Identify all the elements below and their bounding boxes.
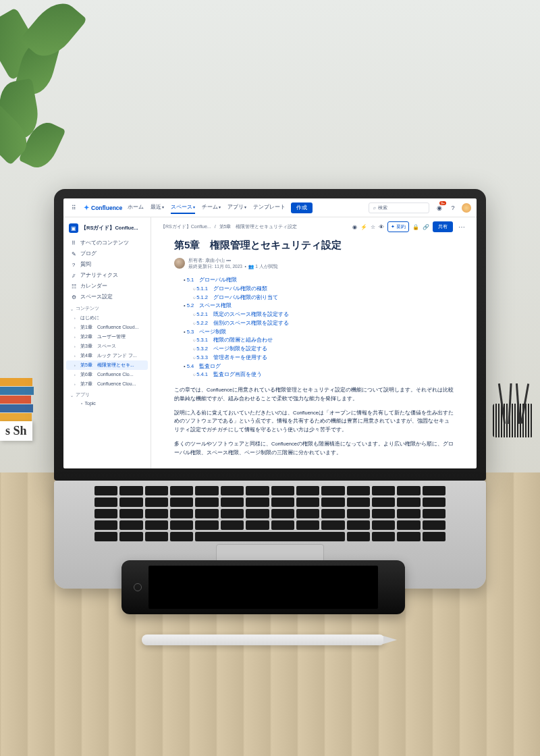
sidebar-nav-label: カレンダー bbox=[80, 283, 107, 290]
body-paragraph: 多くのツールやソフトウェアと同様に、Confluenceの権限も階層構造になって… bbox=[174, 440, 454, 458]
sidebar-section-content[interactable]: ⌄コンテンツ bbox=[66, 302, 148, 313]
body-paragraph: この章では、Confluenceに用意されている権限管理とセキュリティ設定の機能… bbox=[174, 386, 454, 404]
sidebar-nav-label: ブログ bbox=[80, 250, 97, 257]
product-logo[interactable]: ✦ Confluence bbox=[84, 204, 122, 211]
toc-link[interactable]: 5.2 スペース権限 bbox=[187, 302, 232, 308]
page-tree-item[interactable]: ›第7章 Confluence Clou... bbox=[66, 379, 148, 389]
presence-icon[interactable]: ◉ bbox=[352, 224, 357, 230]
chevron-right-icon: › bbox=[74, 382, 78, 386]
sidebar-nav-icon: ✎ bbox=[70, 251, 77, 257]
sidebar-nav-label: アナリティクス bbox=[80, 272, 118, 279]
sidebar: ▣ 【RSガイド】Conflue... ⠿すべてのコンテンツ✎ブログ?質問⫽アナ… bbox=[63, 217, 151, 468]
create-button[interactable]: 作成 bbox=[291, 202, 313, 213]
search-input[interactable]: ⌕ 検索 bbox=[369, 202, 429, 213]
toc-link[interactable]: 5.2.1 既定のスペース権限を設定する bbox=[196, 311, 289, 317]
sidebar-nav-icon: ⠿ bbox=[70, 240, 77, 246]
more-actions-button[interactable]: ⋯ bbox=[456, 223, 467, 231]
page-tree-label: 第2章 ユーザー管理 bbox=[80, 333, 126, 340]
page-tree-item[interactable]: ›第2章 ユーザー管理 bbox=[66, 332, 148, 342]
chevron-right-icon: › bbox=[74, 316, 78, 320]
nav-templates[interactable]: テンプレート bbox=[253, 202, 286, 214]
page-tree-item[interactable]: ›第3章 スペース bbox=[66, 342, 148, 351]
toc-link[interactable]: 5.4 監査ログ bbox=[187, 363, 221, 369]
breadcrumb: 【RSガイド】Conflue... / 第5章 権限管理とセキュリティ設定 bbox=[161, 223, 348, 230]
decor-pen-holder bbox=[493, 383, 533, 437]
breadcrumb-page[interactable]: 第5章 権限管理とセキュリティ設定 bbox=[219, 224, 298, 229]
profile-avatar[interactable] bbox=[462, 203, 471, 213]
star-icon[interactable]: ☆ bbox=[371, 224, 375, 230]
breadcrumb-space[interactable]: 【RSガイド】Conflue... bbox=[161, 224, 211, 229]
table-of-contents: 5.1 グローバル権限5.1.1 グローバル権限の種類5.1.2 グローバル権限… bbox=[174, 276, 454, 379]
product-name: Confluence bbox=[91, 205, 122, 211]
sidebar-nav-item[interactable]: ☷カレンダー bbox=[66, 281, 148, 292]
page-title: 第5章 権限管理とセキュリティ設定 bbox=[174, 239, 454, 252]
sidebar-app-item[interactable]: ▫Topic bbox=[66, 400, 148, 407]
topbar: ⠿ ✦ Confluence ホーム 最近▾ スペース▾ チーム▾ アプリ▾ テ… bbox=[63, 198, 477, 217]
page-tree-item[interactable]: ›第4章 ルック アンド フ... bbox=[66, 351, 148, 360]
nav-teams[interactable]: チーム▾ bbox=[202, 202, 221, 214]
toc-link[interactable]: 5.2.2 個別のスペース権限を設定する bbox=[196, 320, 289, 326]
space-name: 【RSガイド】Conflue... bbox=[81, 225, 145, 232]
toc-link[interactable]: 5.1 グローバル権限 bbox=[187, 277, 237, 283]
bolt-icon[interactable]: ⚡ bbox=[360, 224, 367, 230]
page-tree-item[interactable]: ›はじめに bbox=[66, 313, 148, 323]
chevron-right-icon: › bbox=[74, 325, 78, 329]
sparkle-icon: ✦ bbox=[391, 224, 395, 230]
decor-books: s Sh bbox=[0, 378, 34, 422]
sidebar-nav-label: すべてのコンテンツ bbox=[80, 240, 129, 246]
lock-icon[interactable]: 🔒 bbox=[412, 224, 419, 230]
nav-home[interactable]: ホーム bbox=[128, 202, 144, 214]
nav-recent[interactable]: 最近▾ bbox=[151, 202, 164, 214]
toc-link[interactable]: 5.1.1 グローバル権限の種類 bbox=[196, 286, 267, 292]
sidebar-nav-item[interactable]: ⫽アナリティクス bbox=[66, 270, 148, 281]
toc-link[interactable]: 5.3.3 管理者キーを使用する bbox=[196, 354, 267, 360]
page-tree-label: 第5章 権限管理とセキ... bbox=[80, 362, 134, 369]
sidebar-section-apps[interactable]: ⌄アプリ bbox=[66, 389, 148, 400]
notifications-icon[interactable]: ◉ bbox=[435, 203, 444, 213]
page-tree-item[interactable]: ›第1章 Confluence Cloud... bbox=[66, 323, 148, 332]
toc-link[interactable]: 5.3 ページ制限 bbox=[187, 329, 226, 335]
toc-link[interactable]: 5.4.1 監査ログ画面を使う bbox=[196, 371, 262, 377]
sidebar-nav-icon: ? bbox=[70, 262, 77, 268]
page-tree-label: 第1章 Confluence Cloud... bbox=[80, 324, 138, 331]
sidebar-nav-item[interactable]: ?質問 bbox=[66, 259, 148, 270]
sidebar-nav-item[interactable]: ⚙スペース設定 bbox=[66, 292, 148, 302]
chevron-right-icon: › bbox=[74, 354, 78, 358]
byline-more-icon[interactable]: ••• bbox=[226, 258, 231, 263]
space-header[interactable]: ▣ 【RSガイド】Conflue... bbox=[66, 221, 148, 235]
page-byline: 所有者: 康由 小山 ••• 最終更新日: 11月 01, 2023 • 👥 1… bbox=[174, 257, 454, 269]
laptop: ⠿ ✦ Confluence ホーム 最近▾ スペース▾ チーム▾ アプリ▾ テ… bbox=[54, 189, 486, 589]
chevron-right-icon: › bbox=[74, 373, 78, 377]
search-icon: ⌕ bbox=[373, 205, 376, 210]
sidebar-nav-item[interactable]: ⠿すべてのコンテンツ bbox=[66, 238, 148, 248]
toc-link[interactable]: 5.3.2 ページ制限を設定する bbox=[196, 346, 267, 352]
sidebar-nav-item[interactable]: ✎ブログ bbox=[66, 248, 148, 259]
search-placeholder: 検索 bbox=[378, 205, 387, 211]
author-avatar[interactable] bbox=[174, 258, 185, 269]
page-tree-label: 第3章 スペース bbox=[80, 343, 116, 350]
owner-name[interactable]: 康由 小山 bbox=[205, 258, 225, 263]
page-tree-item[interactable]: ›第6章 Confluence Clo... bbox=[66, 370, 148, 379]
watch-icon[interactable]: 👁 bbox=[379, 224, 384, 230]
page-tree-label: 第7章 Confluence Clou... bbox=[80, 381, 136, 387]
toc-link[interactable]: 5.1.2 グローバル権限の割り当て bbox=[196, 294, 278, 300]
sidebar-nav-label: スペース設定 bbox=[80, 294, 113, 300]
sidebar-nav-icon: ⚙ bbox=[70, 294, 77, 300]
chevron-right-icon: › bbox=[74, 344, 78, 348]
share-button[interactable]: 共有 bbox=[433, 221, 453, 232]
help-icon[interactable]: ? bbox=[448, 203, 458, 213]
nav-apps[interactable]: アプリ▾ bbox=[227, 202, 246, 214]
chevron-right-icon: › bbox=[74, 335, 78, 339]
link-icon[interactable]: 🔗 bbox=[423, 224, 429, 230]
space-icon: ▣ bbox=[69, 223, 78, 233]
app-switcher-icon[interactable]: ⠿ bbox=[69, 203, 78, 213]
page-tree-item[interactable]: ›第5章 権限管理とセキ... bbox=[66, 360, 148, 370]
global-nav: ホーム 最近▾ スペース▾ チーム▾ アプリ▾ テンプレート bbox=[128, 202, 286, 214]
chevron-right-icon: › bbox=[74, 363, 78, 367]
ai-summary-button[interactable]: ✦要約 bbox=[387, 221, 409, 232]
page-tree-label: 第6章 Confluence Clo... bbox=[80, 371, 134, 378]
toc-link[interactable]: 5.3.1 権限の階層と組み合わせ bbox=[196, 337, 273, 343]
body-paragraph: 説明に入る前に覚えておいていただきたいのは、Confluenceは「オープンに情… bbox=[174, 409, 454, 435]
nav-spaces[interactable]: スペース▾ bbox=[171, 202, 195, 214]
confluence-icon: ✦ bbox=[84, 204, 89, 211]
